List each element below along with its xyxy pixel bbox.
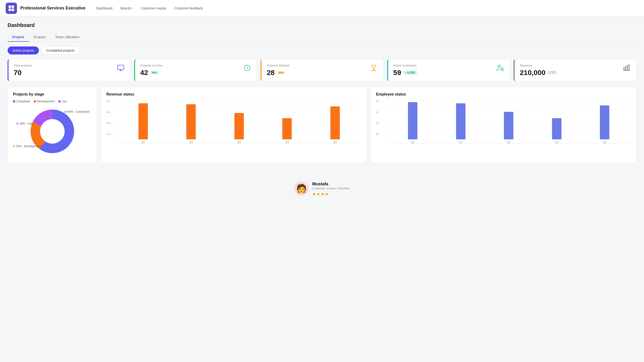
employee-bars: Q1 Q2 Q3 Q4 bbox=[386, 100, 631, 144]
donut-label-development: 22% - Developmetnt bbox=[13, 144, 42, 148]
tab-team-utilization[interactable]: Team utilization bbox=[50, 32, 84, 42]
svg-rect-0 bbox=[8, 6, 11, 8]
tab-enquiry[interactable]: Enquiry bbox=[29, 32, 50, 42]
revenue-bars: Q1 Q2 Q3 Q4 bbox=[117, 100, 362, 144]
legend-dot-development bbox=[34, 100, 36, 102]
revenue-bar-q2: Q2 bbox=[186, 104, 196, 144]
stat-value-on-time: 42 68% bbox=[140, 69, 162, 77]
nav-dashboard[interactable]: Dashboard bbox=[93, 4, 116, 12]
stat-badge-customers: ↑ 4.32% bbox=[403, 70, 417, 75]
donut-chart-card: Projects by stage Completed Developmetnt… bbox=[8, 87, 97, 163]
employee-bar-q2: Q2 bbox=[456, 103, 466, 144]
grid-icon bbox=[8, 5, 14, 12]
filter-button-group: Active projects Completed projects bbox=[8, 46, 636, 54]
stat-value-customers: 59 ↑ 4.32% bbox=[393, 69, 417, 77]
chevron-down-icon: ▾ bbox=[132, 7, 133, 10]
svg-rect-1 bbox=[12, 6, 14, 8]
employee-chart-title: Employee status bbox=[376, 92, 631, 96]
stat-value-revenue: 210,000 USD bbox=[520, 69, 556, 77]
employee-y-axis: 4k 3k 2K 1K bbox=[376, 100, 379, 144]
employee-chart-card: Employee status 4k 3k 2K 1K bbox=[371, 87, 637, 163]
filter-completed-projects[interactable]: Completed projects bbox=[41, 46, 80, 54]
stat-badge-on-time: 68% bbox=[150, 71, 159, 74]
stat-label-revenue: Revenue bbox=[520, 64, 556, 67]
nav-boards[interactable]: Boards ▾ bbox=[117, 4, 136, 12]
testimonial-role: Customer sucess I Kissflow bbox=[312, 186, 350, 190]
svg-point-6 bbox=[498, 65, 500, 67]
avatar: 🧑 bbox=[294, 182, 308, 196]
svg-rect-3 bbox=[12, 8, 14, 11]
employee-bar-chart: 4k 3k 2K 1K Q1 bbox=[376, 100, 631, 149]
legend-development: Developmetnt bbox=[34, 100, 54, 103]
svg-rect-8 bbox=[624, 67, 625, 70]
testimonial-card: 🧑 Mustafa Customer sucess I Kissflow ★★★… bbox=[294, 182, 350, 197]
main-content: Dashboard Project Enquiry Team utilizati… bbox=[0, 16, 644, 168]
donut-label-live: 18% - Live bbox=[16, 122, 33, 125]
tab-project[interactable]: Project bbox=[8, 32, 29, 42]
donut-chart-container: 60% - Completed 22% - Developmetnt 18% -… bbox=[13, 106, 92, 157]
stat-label-customers: Active customers bbox=[393, 64, 417, 67]
revenue-chart-card: Revenue status 45k 30k 20K 10K bbox=[101, 87, 367, 163]
tab-bar: Project Enquiry Team utilization bbox=[8, 32, 636, 42]
stat-badge-delayed: 32% bbox=[276, 71, 286, 74]
revenue-bar-q3: Q3 bbox=[234, 113, 244, 144]
testimonial-name: Mustafa bbox=[312, 182, 350, 186]
revenue-bar-q5: Q5 bbox=[330, 106, 340, 144]
stat-value-total: 70 bbox=[14, 69, 32, 77]
revenue-bar-q4: Q4 bbox=[282, 118, 292, 144]
revenue-icon bbox=[622, 64, 631, 72]
donut-legend: Completed Developmetnt Live bbox=[13, 100, 92, 103]
testimonial-stars: ★★★★ bbox=[312, 192, 350, 197]
employee-bar-q4: Q4 bbox=[552, 118, 562, 144]
svg-rect-10 bbox=[628, 65, 629, 70]
employee-bar-q5: Q5 bbox=[600, 106, 609, 144]
app-header: Professional Services Executive Dashboar… bbox=[0, 0, 644, 16]
main-nav: Dashboard Boards ▾ Customer master Custo… bbox=[93, 4, 206, 12]
stat-label-on-time: Projects on time bbox=[140, 64, 162, 67]
stat-card-on-time: Projects on time 42 68% bbox=[134, 59, 257, 81]
donut-svg bbox=[29, 108, 76, 155]
revenue-chart-title: Revenue status bbox=[106, 92, 362, 96]
stat-label-total: Total projects bbox=[14, 64, 32, 67]
svg-rect-2 bbox=[8, 8, 11, 11]
nav-customer-master[interactable]: Customer master bbox=[138, 4, 170, 12]
stat-card-delayed: Projects delayed 28 32% bbox=[260, 59, 384, 81]
legend-dot-live bbox=[58, 100, 60, 102]
revenue-bar-q1: Q1 bbox=[138, 103, 148, 144]
stat-card-total-projects: Total projects 70 bbox=[8, 59, 130, 81]
svg-rect-4 bbox=[118, 65, 124, 70]
legend-completed: Completed bbox=[13, 100, 30, 103]
donut-chart-title: Projects by stage bbox=[13, 92, 92, 96]
stat-card-revenue: Revenue 210,000 USD bbox=[514, 59, 636, 81]
stat-value-delayed: 28 32% bbox=[267, 69, 289, 77]
stat-cards-row: Total projects 70 Projects on time 42 68… bbox=[8, 59, 636, 81]
svg-rect-9 bbox=[626, 66, 627, 70]
hourglass-icon bbox=[370, 64, 378, 72]
revenue-y-axis: 45k 30k 20K 10K bbox=[106, 100, 111, 144]
revenue-currency: USD bbox=[548, 70, 556, 75]
donut-label-completed: 60% - Completed bbox=[64, 110, 89, 114]
filter-active-projects[interactable]: Active projects bbox=[8, 46, 39, 54]
clock-icon bbox=[243, 64, 251, 72]
stat-label-delayed: Projects delayed bbox=[267, 64, 289, 67]
app-title: Professional Services Executive bbox=[20, 6, 85, 10]
legend-dot-completed bbox=[13, 100, 15, 102]
legend-live: Live bbox=[58, 100, 67, 103]
svg-point-14 bbox=[40, 119, 64, 144]
testimonial-content: Mustafa Customer sucess I Kissflow ★★★★ bbox=[312, 182, 350, 197]
testimonial-section: 🧑 Mustafa Customer sucess I Kissflow ★★★… bbox=[0, 174, 644, 204]
customers-icon bbox=[496, 64, 504, 72]
app-logo bbox=[6, 2, 17, 14]
nav-customer-feedback[interactable]: Customer feedback bbox=[171, 4, 206, 12]
svg-point-7 bbox=[501, 68, 503, 70]
employee-bar-q3: Q3 bbox=[504, 112, 513, 144]
stat-card-customers: Active customers 59 ↑ 4.32% bbox=[387, 59, 510, 81]
revenue-bar-chart: 45k 30k 20K 10K bbox=[106, 100, 362, 149]
employee-bar-q1: Q1 bbox=[408, 102, 418, 144]
charts-row: Projects by stage Completed Developmetnt… bbox=[8, 87, 636, 163]
projects-icon bbox=[116, 64, 125, 72]
page-title: Dashboard bbox=[8, 22, 636, 28]
